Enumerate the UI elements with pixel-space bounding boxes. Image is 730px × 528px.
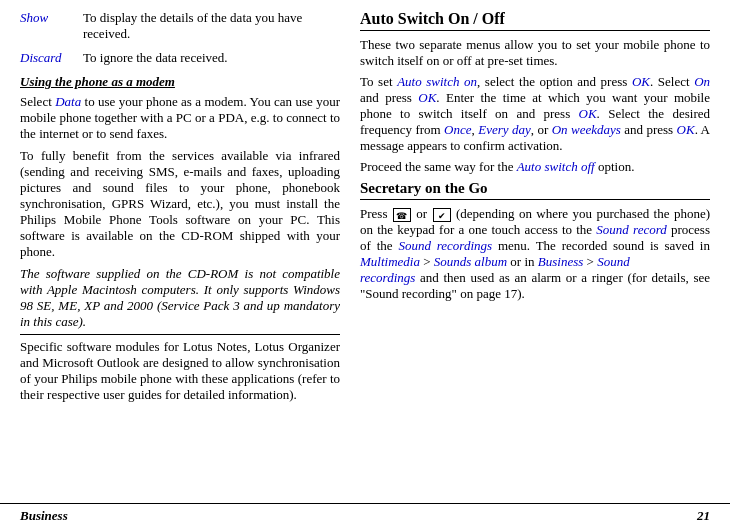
- right-para3: Proceed the same way for the Auto switch…: [360, 159, 710, 175]
- multimedia-link: Multimedia: [360, 254, 420, 269]
- show-def: To display the details of the data you h…: [83, 10, 340, 42]
- right-para2: To set Auto switch on, select the option…: [360, 74, 710, 154]
- footer-right: 21: [697, 508, 710, 524]
- right-title2: Secretary on the Go: [360, 180, 710, 200]
- discard-row: Discard To ignore the data received.: [20, 50, 340, 66]
- once-link: Once: [444, 122, 471, 137]
- auto-switch-off-link: Auto switch off: [517, 159, 595, 174]
- sound-record-link: Sound record: [596, 222, 666, 237]
- left-para2: To fully benefit from the services avail…: [20, 148, 340, 260]
- on-weekdays-link: On weekdays: [552, 122, 621, 137]
- phone-icon: ☎: [393, 208, 411, 222]
- left-column: Show To display the details of the data …: [20, 10, 340, 498]
- discard-term: Discard: [20, 50, 75, 66]
- footer: Business 21: [0, 503, 730, 528]
- ok3-link: OK: [579, 106, 597, 121]
- recordings2-link: recordings: [360, 270, 415, 285]
- sound-recordings1-link: Sound recordings: [398, 238, 492, 253]
- right-title1: Auto Switch On / Off: [360, 10, 710, 31]
- every-day-link: Every day: [478, 122, 531, 137]
- left-para3: Specific software modules for Lotus Note…: [20, 339, 340, 403]
- business-link: Business: [538, 254, 584, 269]
- left-section-heading: Using the phone as a modem: [20, 74, 340, 90]
- key-icon: ✔: [433, 208, 451, 222]
- right-column: Auto Switch On / Off These two separate …: [360, 10, 710, 498]
- on-link: On: [694, 74, 710, 89]
- content-area: Show To display the details of the data …: [0, 0, 730, 503]
- show-row: Show To display the details of the data …: [20, 10, 340, 42]
- page: Show To display the details of the data …: [0, 0, 730, 528]
- sound2-link: Sound: [597, 254, 630, 269]
- left-para1: Select Data to use your phone as a modem…: [20, 94, 340, 142]
- sounds-album-link: Sounds album: [434, 254, 507, 269]
- discard-def: To ignore the data received.: [83, 50, 340, 66]
- show-term: Show: [20, 10, 75, 42]
- footer-left: Business: [20, 508, 68, 524]
- ok4-link: OK: [677, 122, 695, 137]
- ok2-link: OK: [418, 90, 436, 105]
- auto-switch-on-link: Auto switch on: [397, 74, 477, 89]
- right-para4: Press ☎ or ✔ (depending on where you pur…: [360, 206, 710, 302]
- data-link: Data: [55, 94, 81, 109]
- left-italic-notice: The software supplied on the CD-ROM is n…: [20, 266, 340, 335]
- right-para1: These two separate menus allow you to se…: [360, 37, 710, 69]
- ok1-link: OK: [632, 74, 650, 89]
